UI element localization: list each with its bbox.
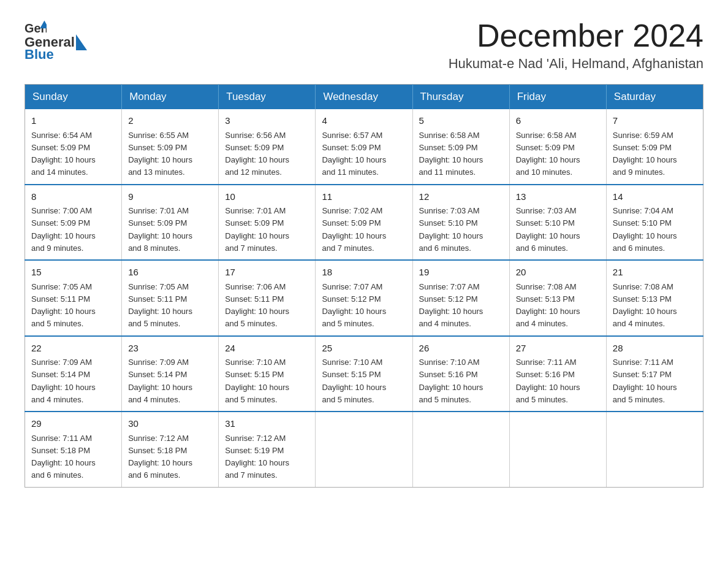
day-number: 17 [225, 266, 309, 280]
day-number: 3 [225, 114, 309, 128]
day-sunset: Sunset: 5:16 PM [516, 370, 575, 379]
logo: General General Blue [25, 18, 88, 63]
day-daylight-line2: and 12 minutes. [225, 167, 282, 177]
day-number: 19 [419, 266, 503, 280]
day-sunrise: Sunrise: 7:06 AM [225, 282, 286, 291]
day-sunset: Sunset: 5:09 PM [322, 143, 381, 152]
day-daylight-line1: Daylight: 10 hours [613, 383, 677, 392]
day-sunrise: Sunrise: 7:09 AM [128, 358, 189, 367]
day-daylight-line1: Daylight: 10 hours [31, 307, 96, 316]
day-daylight-line1: Daylight: 10 hours [128, 458, 192, 467]
day-sunset: Sunset: 5:18 PM [128, 446, 187, 455]
day-sunrise: Sunrise: 7:05 AM [128, 282, 189, 291]
day-daylight-line2: and 6 minutes. [419, 243, 471, 253]
day-sunset: Sunset: 5:12 PM [419, 294, 478, 304]
calendar-table: SundayMondayTuesdayWednesdayThursdayFrid… [25, 84, 703, 488]
day-number: 6 [516, 114, 600, 128]
day-sunrise: Sunrise: 6:57 AM [322, 131, 382, 140]
day-sunset: Sunset: 5:09 PM [31, 218, 90, 228]
day-number: 5 [419, 114, 503, 128]
day-daylight-line2: and 4 minutes. [516, 319, 568, 328]
day-of-week-header: Wednesday [316, 85, 412, 110]
day-sunset: Sunset: 5:10 PM [613, 218, 672, 228]
day-daylight-line1: Daylight: 10 hours [31, 231, 96, 240]
day-daylight-line2: and 11 minutes. [419, 167, 476, 177]
day-sunset: Sunset: 5:09 PM [225, 143, 284, 152]
day-sunrise: Sunrise: 7:07 AM [322, 282, 382, 291]
day-sunset: Sunset: 5:12 PM [322, 294, 381, 304]
day-daylight-line2: and 6 minutes. [128, 470, 180, 480]
day-number: 11 [322, 190, 406, 204]
day-daylight-line2: and 14 minutes. [31, 167, 88, 177]
logo-arrow-icon [76, 34, 87, 50]
calendar-day-cell: 21 Sunrise: 7:08 AM Sunset: 5:13 PM Dayl… [606, 260, 703, 336]
day-sunrise: Sunrise: 7:10 AM [419, 358, 480, 367]
day-daylight-line1: Daylight: 10 hours [128, 231, 192, 240]
day-number: 22 [31, 342, 115, 356]
calendar-day-cell: 13 Sunrise: 7:03 AM Sunset: 5:10 PM Dayl… [509, 185, 606, 261]
day-daylight-line2: and 11 minutes. [322, 167, 379, 177]
day-sunset: Sunset: 5:14 PM [128, 370, 187, 379]
day-daylight-line1: Daylight: 10 hours [322, 383, 386, 392]
calendar-day-cell: 19 Sunrise: 7:07 AM Sunset: 5:12 PM Dayl… [412, 260, 509, 336]
day-daylight-line2: and 5 minutes. [516, 395, 568, 404]
day-sunrise: Sunrise: 6:54 AM [31, 131, 92, 140]
day-daylight-line2: and 5 minutes. [322, 395, 374, 404]
calendar-week-row: 15 Sunrise: 7:05 AM Sunset: 5:11 PM Dayl… [25, 260, 703, 336]
day-sunrise: Sunrise: 7:11 AM [516, 358, 577, 367]
calendar-day-cell [316, 412, 412, 487]
day-sunrise: Sunrise: 6:58 AM [516, 131, 577, 140]
day-of-week-header: Tuesday [219, 85, 316, 110]
day-sunrise: Sunrise: 7:08 AM [516, 282, 577, 291]
svg-marker-2 [76, 34, 87, 50]
day-of-week-header: Sunday [25, 85, 122, 110]
calendar-day-cell [412, 412, 509, 487]
day-sunrise: Sunrise: 7:01 AM [225, 206, 286, 215]
day-daylight-line2: and 4 minutes. [128, 395, 180, 404]
calendar-header: SundayMondayTuesdayWednesdayThursdayFrid… [25, 85, 703, 110]
day-number: 29 [31, 417, 115, 431]
calendar-day-cell: 5 Sunrise: 6:58 AM Sunset: 5:09 PM Dayli… [412, 109, 509, 185]
day-sunset: Sunset: 5:09 PM [31, 143, 90, 152]
location-subtitle: Hukumat-e Nad 'Ali, Helmand, Afghanistan [449, 56, 703, 72]
calendar-day-cell [509, 412, 606, 487]
calendar-day-cell: 22 Sunrise: 7:09 AM Sunset: 5:14 PM Dayl… [25, 336, 122, 412]
day-daylight-line2: and 4 minutes. [31, 395, 83, 404]
day-sunset: Sunset: 5:11 PM [31, 294, 90, 304]
day-sunset: Sunset: 5:15 PM [322, 370, 381, 379]
day-sunset: Sunset: 5:16 PM [419, 370, 478, 379]
day-daylight-line1: Daylight: 10 hours [225, 231, 289, 240]
day-sunset: Sunset: 5:09 PM [225, 218, 284, 228]
day-sunrise: Sunrise: 7:05 AM [31, 282, 92, 291]
day-daylight-line1: Daylight: 10 hours [128, 383, 192, 392]
calendar-day-cell: 26 Sunrise: 7:10 AM Sunset: 5:16 PM Dayl… [412, 336, 509, 412]
day-daylight-line1: Daylight: 10 hours [31, 458, 96, 467]
day-number: 30 [128, 417, 212, 431]
calendar-day-cell: 17 Sunrise: 7:06 AM Sunset: 5:11 PM Dayl… [219, 260, 316, 336]
day-daylight-line2: and 4 minutes. [613, 319, 665, 328]
day-daylight-line1: Daylight: 10 hours [516, 383, 580, 392]
calendar-week-row: 29 Sunrise: 7:11 AM Sunset: 5:18 PM Dayl… [25, 412, 703, 487]
day-daylight-line2: and 5 minutes. [31, 319, 83, 328]
day-of-week-header: Saturday [606, 85, 703, 110]
calendar-day-cell: 31 Sunrise: 7:12 AM Sunset: 5:19 PM Dayl… [219, 412, 316, 487]
day-sunrise: Sunrise: 7:02 AM [322, 206, 382, 215]
day-number: 31 [225, 417, 309, 431]
day-sunrise: Sunrise: 6:55 AM [128, 131, 189, 140]
day-sunset: Sunset: 5:13 PM [516, 294, 575, 304]
day-daylight-line2: and 7 minutes. [225, 470, 277, 480]
day-daylight-line2: and 10 minutes. [516, 167, 573, 177]
day-sunset: Sunset: 5:18 PM [31, 446, 90, 455]
calendar-day-cell: 9 Sunrise: 7:01 AM Sunset: 5:09 PM Dayli… [122, 185, 219, 261]
day-sunrise: Sunrise: 7:08 AM [613, 282, 673, 291]
day-number: 14 [613, 190, 697, 204]
day-sunset: Sunset: 5:09 PM [419, 143, 478, 152]
day-number: 10 [225, 190, 309, 204]
day-daylight-line1: Daylight: 10 hours [419, 231, 483, 240]
calendar-week-row: 22 Sunrise: 7:09 AM Sunset: 5:14 PM Dayl… [25, 336, 703, 412]
day-daylight-line1: Daylight: 10 hours [516, 231, 580, 240]
day-number: 15 [31, 266, 115, 280]
day-daylight-line1: Daylight: 10 hours [322, 231, 386, 240]
day-sunset: Sunset: 5:09 PM [128, 218, 187, 228]
calendar-day-cell: 29 Sunrise: 7:11 AM Sunset: 5:18 PM Dayl… [25, 412, 122, 487]
